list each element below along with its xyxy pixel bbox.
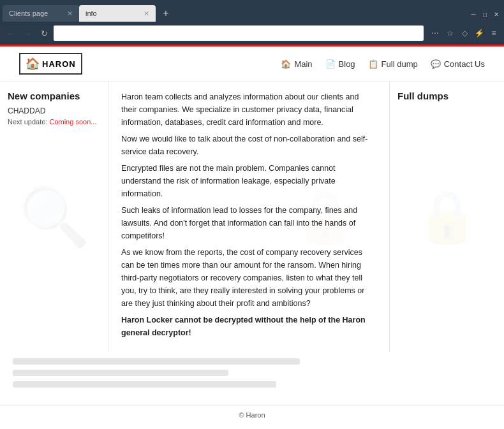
blog-icon: 📄: [325, 59, 336, 69]
refresh-button[interactable]: ↻: [37, 26, 51, 40]
content-p2: Now we would like to talk about the cost…: [121, 133, 376, 158]
contact-icon: 💬: [431, 59, 441, 69]
browser-chrome: Clients page ✕ info ✕ + ─ □ ✕ ← → ↻ ⋯ ☆: [0, 0, 504, 45]
close-button[interactable]: ✕: [491, 9, 501, 19]
fulldump-icon: 📋: [368, 59, 378, 69]
footer-text: © Haron: [239, 411, 265, 419]
minimize-button[interactable]: ─: [468, 9, 478, 19]
content-text: Haron team collects and analyzes informa…: [121, 91, 376, 339]
page-footer: © Haron: [0, 405, 504, 424]
maximize-button[interactable]: □: [480, 9, 490, 19]
menu-icon[interactable]: ≡: [487, 27, 500, 40]
site-header: 🏠 HARON 🏠 Main 📄 Blog 📋 Full dump 💬 Cont…: [0, 47, 504, 82]
content-p4: Such leaks of information lead to losses…: [121, 204, 376, 242]
sidebar-title: New companies: [8, 91, 100, 101]
tab-close-info[interactable]: ✕: [144, 10, 149, 18]
home-icon: 🏠: [281, 59, 291, 69]
blurred-row-1: [13, 358, 300, 365]
new-tab-button[interactable]: +: [157, 5, 175, 22]
content-p5: As we know from the reports, the cost of…: [121, 246, 376, 310]
blurred-row-2: [13, 370, 228, 376]
right-sidebar: 🔒 Full dumps: [389, 82, 504, 352]
main-layout: 🔍 New companies CHADDAD Next update: Com…: [0, 82, 504, 352]
tab-info[interactable]: info ✕: [79, 5, 156, 22]
extensions-icon[interactable]: ⋯: [429, 27, 441, 40]
shield-icon[interactable]: ◇: [458, 27, 471, 40]
back-button[interactable]: ←: [4, 26, 18, 40]
tab-clients[interactable]: Clients page ✕: [3, 5, 79, 22]
blurred-section: [0, 352, 504, 399]
sidebar-update-value: Coming soon...: [49, 118, 96, 126]
right-sidebar-bg: 🔒: [390, 82, 504, 352]
nav-fulldump[interactable]: 📋 Full dump: [368, 59, 418, 69]
nav-main[interactable]: 🏠 Main: [281, 59, 312, 69]
sidebar-company: CHADDAD: [8, 106, 100, 115]
star-icon[interactable]: ☆: [443, 27, 456, 40]
content-p6: Haron Locker cannot be decrypted without…: [121, 314, 376, 339]
address-bar-row: ← → ↻ ⋯ ☆ ◇ ⚡ ≡: [0, 22, 504, 45]
magnify-bg-icon: 🔍: [19, 184, 90, 251]
address-input[interactable]: [54, 25, 424, 41]
nav-contact[interactable]: 💬 Contact Us: [431, 59, 485, 69]
logo-text: HARON: [42, 59, 76, 69]
content-p1: Haron team collects and analyzes informa…: [121, 91, 376, 129]
site-nav: 🏠 Main 📄 Blog 📋 Full dump 💬 Contact Us: [281, 59, 485, 69]
window-controls: ─ □ ✕: [468, 9, 504, 22]
site-logo[interactable]: 🏠 HARON: [19, 53, 82, 75]
right-sidebar-title: Full dumps: [397, 91, 496, 101]
toolbar-icons: ⋯ ☆ ◇ ⚡ ≡: [429, 27, 500, 40]
tab-close-clients[interactable]: ✕: [67, 10, 73, 18]
blurred-row-3: [13, 381, 276, 388]
nav-blog[interactable]: 📄 Blog: [325, 59, 355, 69]
sidebar-content: New companies CHADDAD Next update: Comin…: [8, 91, 100, 126]
forward-button[interactable]: →: [20, 26, 34, 40]
logo-icon: 🏠: [26, 57, 40, 71]
page-wrapper: 🏠 HARON 🏠 Main 📄 Blog 📋 Full dump 💬 Cont…: [0, 45, 504, 429]
profile-icon[interactable]: ⚡: [473, 27, 485, 40]
content-p3: Encrypted files are not the main problem…: [121, 162, 376, 200]
right-bg-icon: 🔒: [415, 187, 479, 247]
left-sidebar: 🔍 New companies CHADDAD Next update: Com…: [0, 82, 108, 352]
sidebar-update: Next update: Coming soon...: [8, 118, 100, 126]
main-content: 🔒 Haron team collects and analyzes infor…: [108, 82, 389, 352]
tab-bar: Clients page ✕ info ✕ + ─ □ ✕: [0, 0, 504, 22]
